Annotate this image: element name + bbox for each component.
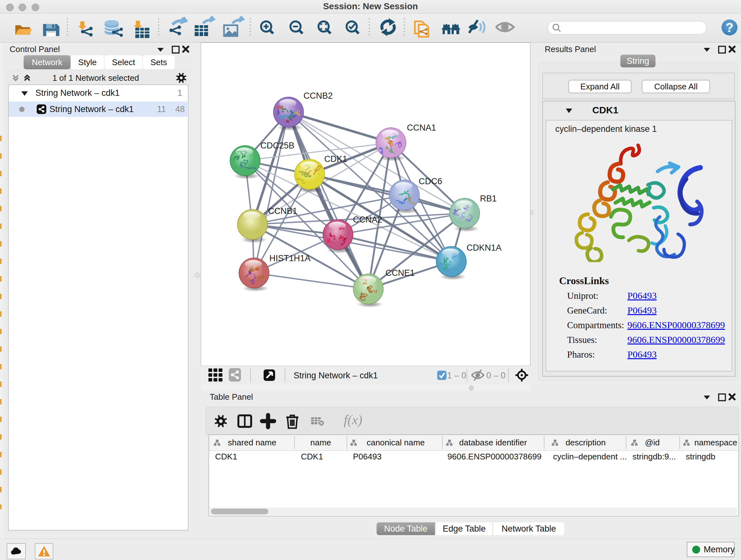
- svg-text:shared name: shared name: [228, 438, 276, 447]
- svg-text:CCNB2: CCNB2: [304, 91, 333, 101]
- svg-text:database identifier: database identifier: [459, 438, 527, 447]
- svg-text:@id: @id: [645, 438, 660, 447]
- svg-text:CCNE1: CCNE1: [386, 268, 415, 278]
- svg-text:description: description: [565, 438, 606, 447]
- svg-text:stringdb: stringdb: [686, 452, 716, 461]
- svg-text:CCNA2: CCNA2: [353, 215, 382, 225]
- svg-text:RB1: RB1: [480, 194, 497, 203]
- svg-text:?: ?: [726, 20, 733, 35]
- svg-text:canonical name: canonical name: [367, 438, 425, 447]
- svg-text:cyclin–dependent ...: cyclin–dependent ...: [553, 452, 627, 461]
- svg-text:stringdb:9...: stringdb:9...: [632, 452, 676, 461]
- svg-text:CCNB1: CCNB1: [268, 206, 297, 216]
- svg-text:CDK1: CDK1: [324, 154, 347, 164]
- svg-text:name: name: [310, 438, 331, 447]
- svg-text:CCNA1: CCNA1: [407, 123, 436, 132]
- svg-text:P06493: P06493: [353, 452, 382, 461]
- svg-text:CDK1: CDK1: [301, 452, 323, 461]
- svg-text:CDKN1A: CDKN1A: [467, 243, 502, 253]
- svg-text:9606.ENSP00000378699: 9606.ENSP00000378699: [448, 452, 542, 461]
- svg-text:namespace: namespace: [694, 438, 737, 447]
- svg-text:CDC25B: CDC25B: [260, 141, 294, 150]
- svg-text:CDC6: CDC6: [419, 177, 442, 186]
- svg-text:HIST1H1A: HIST1H1A: [269, 253, 311, 263]
- svg-text:CDK1: CDK1: [215, 452, 237, 461]
